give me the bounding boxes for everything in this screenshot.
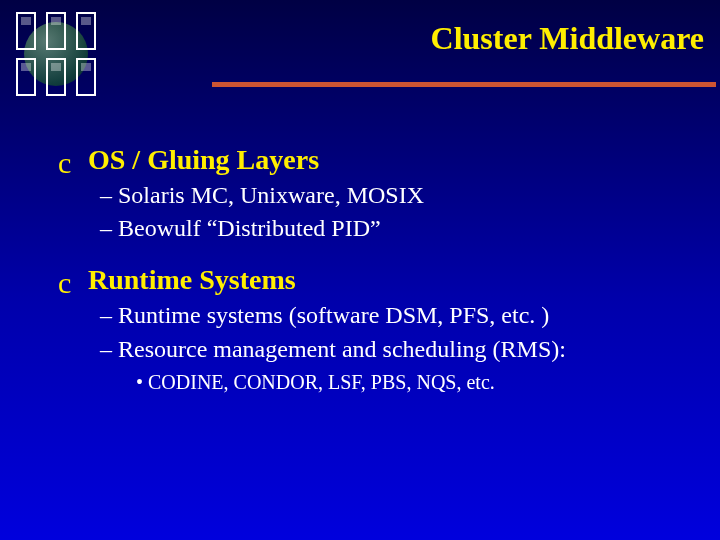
bullet-heading: OS / Gluing Layers	[88, 144, 319, 176]
sub-item: – Beowulf “Distributed PID”	[100, 213, 700, 244]
tower-icon	[16, 58, 36, 96]
sub-item: – Solaris MC, Unixware, MOSIX	[100, 180, 700, 211]
slide-logo	[14, 12, 100, 98]
bullet-item: c OS / Gluing Layers	[58, 144, 700, 176]
bullet-item: c Runtime Systems	[58, 264, 700, 296]
subsub-list: • CODINE, CONDOR, LSF, PBS, NQS, etc.	[136, 369, 700, 395]
sub-item: – Runtime systems (software DSM, PFS, et…	[100, 300, 700, 331]
sub-list: – Runtime systems (software DSM, PFS, et…	[100, 300, 700, 394]
sub-item: – Resource management and scheduling (RM…	[100, 334, 700, 365]
tower-icon	[46, 58, 66, 96]
tower-icon	[76, 58, 96, 96]
tower-icon	[76, 12, 96, 50]
slide-title: Cluster Middleware	[431, 20, 704, 57]
bullet-glyph-icon: c	[58, 268, 88, 298]
bullet-glyph-icon: c	[58, 148, 88, 178]
tower-icon	[46, 12, 66, 50]
subsub-item: • CODINE, CONDOR, LSF, PBS, NQS, etc.	[136, 369, 700, 395]
slide-content: c OS / Gluing Layers – Solaris MC, Unixw…	[58, 140, 700, 415]
title-rule	[212, 82, 716, 87]
bullet-heading: Runtime Systems	[88, 264, 296, 296]
sub-list: – Solaris MC, Unixware, MOSIX – Beowulf …	[100, 180, 700, 244]
tower-icon	[16, 12, 36, 50]
